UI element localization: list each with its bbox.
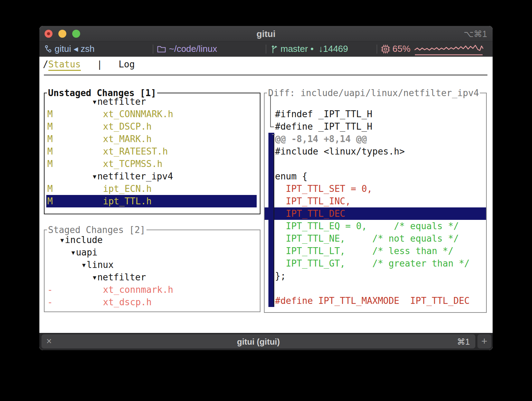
diff-panel: Diff: include/uapi/linux/netfilter_ipv4 … (264, 93, 487, 313)
diff-line[interactable]: IPT_TTL_NE, /* not equals */ (265, 232, 486, 245)
diff-line[interactable]: #define IPT_TTL_MAXMODE IPT_TTL_DEC (265, 295, 486, 307)
file-row[interactable]: Mxt_RATEEST.h (45, 145, 260, 158)
unstaged-file-list: ▾netfilterMxt_CONNMARK.hMxt_DSCP.hMxt_MA… (45, 95, 260, 214)
diff-line[interactable]: IPT_TTL_LT, /* less than */ (265, 245, 486, 257)
cpu-percent-label: 65% (392, 44, 410, 54)
terminal-tab[interactable]: × gitui (gitui) ⌘1 (41, 334, 475, 348)
selected-hunk-bracket-tick (272, 134, 275, 135)
diff-line[interactable]: IPT_TTL_INC, (265, 195, 486, 207)
tab-bar: /Status | Log (43, 59, 135, 69)
diff-content: #ifndef _IPT_TTL_H#define _IPT_TTL_H@@ -… (265, 95, 486, 312)
tab-status[interactable]: Status (48, 59, 81, 71)
diff-line[interactable]: #ifndef _IPT_TTL_H (265, 108, 486, 120)
folder-name: ▾include (45, 234, 103, 246)
tab-slash: / (43, 59, 48, 69)
git-branch-icon (271, 44, 278, 54)
diff-line[interactable] (265, 282, 486, 295)
cpu-usage-sparkline (414, 44, 483, 54)
statusbar-separator (266, 45, 266, 54)
file-name: ipt_ECN.h (45, 183, 152, 195)
staged-file-list: ▾include▾uapi▾linux▾netfilter-xt_connmar… (45, 234, 260, 311)
status-bar: gitui ◂ zsh ~/code/linux master • ↓14469… (39, 41, 493, 57)
file-name: xt_dscp.h (45, 296, 152, 308)
folder-name: ▾netfilter (45, 95, 146, 108)
tab-divider (44, 75, 487, 75)
hunk-marker-tick (270, 127, 274, 127)
file-row[interactable]: ▾netfilter (45, 95, 260, 108)
diff-line[interactable] (265, 158, 486, 170)
file-row[interactable]: Mipt_TTL.h (45, 195, 260, 207)
unstaged-changes-panel: Unstaged Changes [1] ▾netfilterMxt_CONNM… (44, 93, 260, 214)
folder-name: ▾linux (45, 259, 114, 271)
diff-line[interactable] (265, 95, 486, 108)
hunk-marker-line (270, 95, 271, 127)
file-row[interactable]: ▾netfilter (45, 271, 260, 283)
window-title: gitui (39, 29, 493, 39)
file-name: xt_MARK.h (45, 133, 152, 145)
sparkline-baseline (415, 54, 483, 55)
staged-changes-panel: Staged Changes [2] ▾include▾uapi▾linux▾n… (44, 230, 260, 312)
file-name: xt_TCPMSS.h (45, 158, 162, 170)
file-name: ipt_TTL.h (45, 195, 152, 207)
terminal-window: gitui ⌥⌘1 gitui ◂ zsh ~/code/linux maste… (39, 26, 493, 350)
folder-name: ▾uapi (45, 246, 97, 259)
diff-line[interactable]: IPT_TTL_EQ = 0, /* equals */ (265, 220, 486, 232)
bottom-tab-bar: × gitui (gitui) ⌘1 + (39, 333, 493, 350)
file-row[interactable]: Mxt_DSCP.h (45, 120, 260, 133)
selected-hunk-bracket (274, 134, 274, 306)
folder-name: ▾netfilter_ipv4 (45, 170, 173, 183)
diff-line[interactable]: #define _IPT_TTL_H (265, 120, 486, 133)
file-row[interactable]: Mxt_MARK.h (45, 133, 260, 145)
new-tab-button[interactable]: + (477, 334, 491, 348)
git-branch-label: master • ↓14469 (281, 44, 348, 54)
plus-icon: + (477, 335, 491, 347)
file-row[interactable]: -xt_dscp.h (45, 296, 260, 308)
file-row[interactable]: -xt_connmark.h (45, 283, 260, 296)
statusbar-separator (377, 45, 377, 54)
session-nodes-icon (44, 45, 53, 54)
file-row[interactable]: ▾uapi (45, 246, 260, 259)
folder-name: ▾netfilter (45, 271, 146, 283)
tab-log[interactable]: Log (118, 59, 135, 69)
file-name: xt_DSCP.h (45, 120, 152, 133)
tab-shortcut-badge: ⌘1 (457, 337, 470, 347)
diff-line[interactable]: @@ -8,14 +8,14 @@ (265, 133, 486, 145)
folder-icon (157, 45, 166, 53)
file-name: xt_connmark.h (45, 283, 173, 296)
window-shortcut-badge: ⌥⌘1 (464, 29, 487, 39)
file-row[interactable]: Mipt_ECN.h (45, 183, 260, 195)
file-row[interactable]: ▾include (45, 234, 260, 246)
titlebar: gitui ⌥⌘1 (39, 26, 493, 41)
file-name: xt_RATEEST.h (45, 145, 168, 158)
file-row[interactable]: ▾netfilter_ipv4 (45, 170, 260, 183)
path-label: ~/code/linux (169, 44, 217, 54)
tab-separator: | (81, 59, 119, 69)
diff-line[interactable]: IPT_TTL_GT, /* greater than */ (265, 257, 486, 270)
statusbar-separator (153, 45, 153, 54)
diff-line[interactable]: IPT_TTL_DEC (265, 207, 486, 220)
tab-title: gitui (gitui) (41, 337, 475, 347)
diff-line[interactable]: }; (265, 270, 486, 282)
cpu-chip-icon (381, 44, 390, 54)
diff-line[interactable]: IPT_TTL_SET = 0, (265, 183, 486, 195)
terminal-content: /Status | Log Unstaged Changes [1] ▾netf… (39, 57, 493, 333)
session-label: gitui ◂ zsh (55, 44, 95, 54)
diff-line[interactable]: enum { (265, 170, 486, 183)
file-name: xt_CONNMARK.h (45, 108, 173, 120)
file-row[interactable]: Mxt_CONNMARK.h (45, 108, 260, 120)
diff-line[interactable]: #include <linux/types.h> (265, 145, 486, 158)
file-row[interactable]: ▾linux (45, 259, 260, 271)
file-row[interactable]: Mxt_TCPMSS.h (45, 158, 260, 170)
